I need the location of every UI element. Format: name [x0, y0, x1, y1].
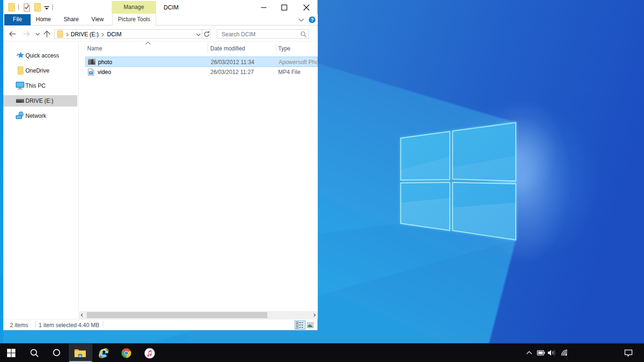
svg-text:?: ?	[311, 17, 314, 23]
